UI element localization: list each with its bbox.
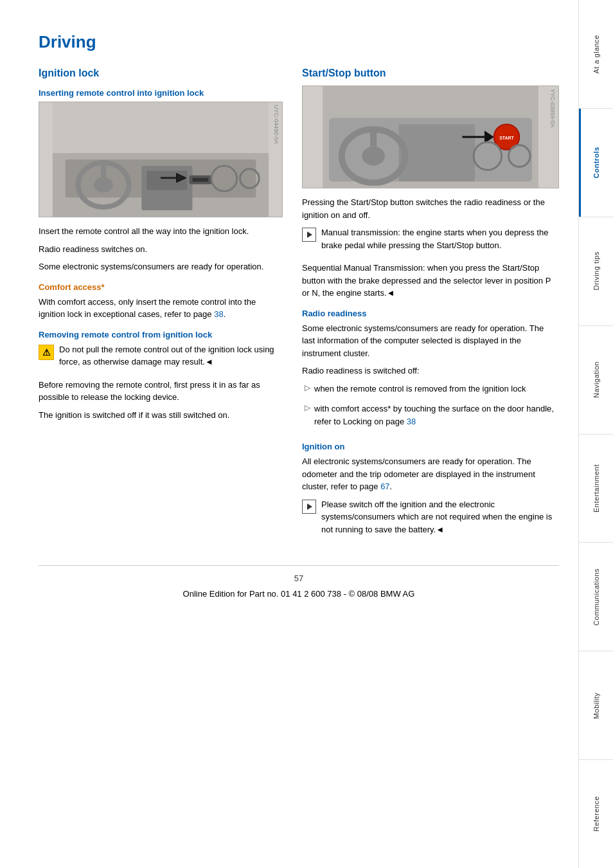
warning-box: ⚠ Do not pull the remote control out of … [39, 343, 283, 374]
sidebar-label-reference: Reference [592, 796, 600, 831]
sidebar-label-driving-tips: Driving tips [592, 251, 600, 290]
footer: 57 Online Edition for Part no. 01 41 2 6… [39, 565, 559, 600]
insert-para-2: Radio readiness switches on. [39, 243, 283, 256]
insert-para-1: Insert the remote control all the way in… [39, 225, 283, 238]
page-title: Driving [39, 32, 559, 52]
removing-para-1: Before removing the remote control, firs… [39, 379, 283, 404]
radio-readiness-title: Radio readiness [302, 309, 559, 318]
sidebar-label-communications: Communications [592, 568, 600, 626]
radio-bullet-text-1: when the remote control is removed from … [314, 383, 526, 395]
ignition-on-title: Ignition on [302, 442, 559, 451]
radio-switched-off-label: Radio readiness is switched off: [302, 365, 559, 377]
insert-para-3: Some electronic systems/consumers are re… [39, 260, 283, 273]
radio-bullet-1: ▷ when the remote control is removed fro… [302, 383, 559, 401]
start-stop-title: Start/Stop button [302, 68, 559, 79]
right-image-caption: YYC-03959-0A [549, 89, 556, 128]
removing-title: Removing remote control from ignition lo… [39, 330, 283, 339]
sidebar-item-controls[interactable]: Controls [579, 109, 613, 217]
svg-point-23 [362, 147, 385, 166]
sidebar-item-driving-tips[interactable]: Driving tips [579, 217, 613, 326]
radio-bullet-text-2: with comfort access* by touching the sur… [314, 402, 559, 428]
ignition-lock-title: Ignition lock [39, 68, 283, 79]
warning-icon: ⚠ [39, 345, 54, 360]
comfort-access-para: With comfort access, only insert the rem… [39, 296, 283, 321]
page-38-link-2[interactable]: 38 [407, 417, 416, 426]
page-67-link[interactable]: 67 [380, 482, 389, 491]
two-column-layout: Ignition lock Inserting remote control i… [39, 68, 559, 546]
manual-trans-text: Manual transmission: the engine starts w… [321, 226, 559, 251]
svg-point-4 [94, 177, 113, 193]
sidebar-label-controls: Controls [592, 147, 600, 178]
play-icon-1 [302, 228, 316, 242]
sidebar-label-at-a-glance: At a glance [592, 35, 600, 74]
manual-transmission-note: Manual transmission: the engine starts w… [302, 226, 559, 257]
sidebar-item-mobility[interactable]: Mobility [579, 651, 613, 760]
page-wrapper: Driving Ignition lock Inserting remote c… [0, 0, 613, 868]
sidebar: At a glance Controls Driving tips Naviga… [578, 0, 613, 868]
page-number: 57 [39, 572, 559, 585]
play-icon-2 [302, 500, 316, 514]
ignition-note: Please switch off the ignition and the e… [302, 498, 559, 541]
comfort-access-title: Comfort access* [39, 282, 283, 292]
page-38-link-1[interactable]: 38 [214, 309, 223, 319]
bullet-arrow-icon-2: ▷ [305, 403, 310, 412]
main-content: Driving Ignition lock Inserting remote c… [0, 0, 578, 868]
left-column: Ignition lock Inserting remote control i… [39, 68, 283, 546]
sidebar-label-entertainment: Entertainment [592, 464, 600, 512]
radio-readiness-para: Some electronic systems/consumers are re… [302, 322, 559, 360]
sidebar-item-navigation[interactable]: Navigation [579, 326, 613, 435]
ignition-on-para: All electronic systems/consumers are rea… [302, 455, 559, 493]
radio-bullet-2: ▷ with comfort access* by touching the s… [302, 402, 559, 433]
sidebar-item-communications[interactable]: Communications [579, 543, 613, 651]
sidebar-label-mobility: Mobility [592, 692, 600, 719]
removing-para-2: The ignition is switched off if it was s… [39, 409, 283, 422]
left-image-caption: UYC-04490-0A [273, 105, 280, 144]
start-stop-image: START YYC-03959-0A [302, 86, 559, 188]
right-column: Start/Stop button START [302, 68, 559, 546]
svg-rect-9 [192, 178, 208, 182]
sidebar-item-reference[interactable]: Reference [579, 760, 613, 868]
bullet-arrow-icon-1: ▷ [305, 383, 310, 392]
svg-text:START: START [499, 136, 514, 140]
svg-rect-17 [399, 124, 475, 181]
warning-text: Do not pull the remote control out of th… [59, 343, 283, 368]
sidebar-label-navigation: Navigation [592, 361, 600, 398]
sequential-para: Sequential Manual Transmission: when you… [302, 262, 559, 300]
ignition-note-text: Please switch off the ignition and the e… [321, 498, 559, 536]
start-stop-intro: Pressing the Start/Stop button switches … [302, 196, 559, 221]
sidebar-item-entertainment[interactable]: Entertainment [579, 435, 613, 543]
footer-text: Online Edition for Part no. 01 41 2 600 … [39, 588, 559, 601]
ignition-image: UYC-04490-0A [39, 102, 283, 217]
sidebar-item-at-a-glance[interactable]: At a glance [579, 0, 613, 109]
inserting-title: Inserting remote control into ignition l… [39, 88, 283, 98]
